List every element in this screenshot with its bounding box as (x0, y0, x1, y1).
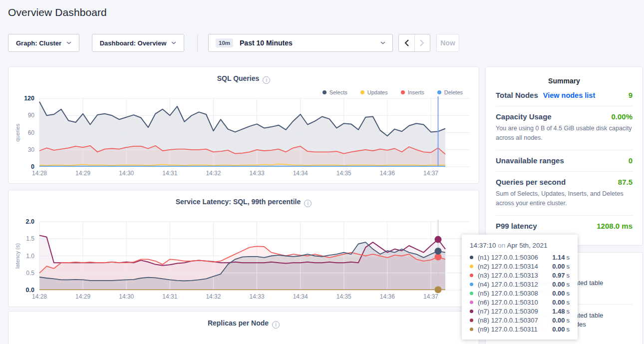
legend-dot-icon (401, 90, 405, 94)
qps-label: Queries per second (496, 178, 566, 186)
replicas-per-node-title: Replicas per Nodei (8, 319, 479, 329)
dashboard-dropdown[interactable]: Dashboard: Overview (92, 34, 184, 52)
legend-item-inserts[interactable]: Inserts (401, 89, 424, 95)
dashboard-dropdown-label: Dashboard: Overview (100, 39, 167, 47)
total-nodes-value: 9 (629, 91, 633, 99)
info-icon[interactable]: i (304, 200, 312, 207)
node-latency-unit: s (567, 272, 570, 279)
node-color-dot-icon (470, 274, 473, 277)
legend-label: Inserts (408, 89, 424, 95)
svg-text:14:33: 14:33 (250, 293, 265, 300)
legend-item-selects[interactable]: Selects (322, 89, 347, 95)
chart-hover-tooltip: 14:37:10 on Apr 5th, 2021 (n1) 127.0.0.1… (462, 235, 578, 340)
node-address: (n7) 127.0.0.1:50309 (478, 308, 552, 315)
node-latency-value: 0.00 (552, 281, 565, 288)
legend-item-updates[interactable]: Updates (360, 89, 388, 95)
svg-text:120: 120 (24, 95, 34, 102)
tooltip-node-row: (n3) 127.0.0.1:503130.97s (470, 271, 570, 280)
svg-text:14:32: 14:32 (206, 170, 221, 177)
p99-latency-value: 1208.0 ms (597, 222, 633, 230)
page-title: Overview Dashboard (8, 6, 107, 18)
node-latency-unit: s (567, 299, 570, 306)
legend-dot-icon (322, 90, 326, 94)
node-color-dot-icon (470, 283, 473, 286)
svg-text:2.0: 2.0 (26, 218, 34, 225)
summary-title: Summary (486, 67, 643, 85)
node-latency-value: 0.97 (552, 272, 565, 279)
node-latency-value: 1.14 (552, 254, 565, 261)
node-address: (n4) 127.0.0.1:50312 (478, 281, 552, 288)
tooltip-node-row: (n6) 127.0.0.1:503100.00s (470, 298, 570, 307)
legend-label: Deletes (444, 89, 463, 95)
svg-text:14:28: 14:28 (32, 170, 47, 177)
node-color-dot-icon (470, 319, 473, 322)
node-latency-value: 0.00 (552, 326, 565, 333)
sql-queries-chart[interactable]: 030609012014:2814:2914:3014:3114:3214:33… (8, 67, 480, 183)
svg-text:1.5: 1.5 (26, 235, 34, 242)
view-nodes-list-link[interactable]: View nodes list (543, 91, 596, 99)
replicas-per-node-panel: Replicas per Nodei (8, 311, 479, 344)
chevron-down-icon (66, 41, 71, 44)
svg-text:14:28: 14:28 (32, 293, 47, 300)
summary-row-p99-latency: P99 latency 1208.0 ms (496, 216, 633, 237)
capacity-usage-label: Capacity Usage (496, 112, 552, 121)
node-address: (n6) 127.0.0.1:50310 (478, 299, 552, 306)
node-color-dot-icon (470, 265, 473, 268)
time-next-button[interactable] (415, 34, 430, 51)
legend-dot-icon (437, 90, 441, 94)
svg-text:14:29: 14:29 (75, 170, 90, 177)
tooltip-node-row: (n2) 127.0.0.1:503140.00s (470, 262, 570, 271)
node-latency-value: 0.00 (552, 299, 565, 306)
info-icon[interactable]: i (263, 76, 270, 84)
chevron-down-icon (171, 41, 176, 44)
summary-row-qps: Queries per second 87.5 Sum of Selects, … (496, 172, 633, 216)
node-color-dot-icon (470, 301, 473, 304)
p99-latency-label: P99 latency (496, 222, 537, 230)
svg-text:14:34: 14:34 (293, 293, 308, 300)
summary-row-unavailable-ranges: Unavailable ranges 0 (496, 150, 633, 172)
node-latency-value: 0.00 (552, 290, 565, 297)
capacity-usage-desc: You are using 0 B of 4.5 GiB usable disk… (496, 124, 633, 143)
info-icon[interactable]: i (272, 321, 280, 329)
node-color-dot-icon (470, 292, 473, 295)
chevron-left-icon (404, 39, 409, 46)
node-latency-value: 0.00 (552, 317, 565, 324)
chevron-down-icon (380, 41, 385, 44)
node-address: (n8) 127.0.0.1:50307 (478, 317, 552, 324)
sql-queries-panel: SQL Queriesi SelectsUpdatesInsertsDelete… (8, 66, 479, 184)
service-latency-chart[interactable]: 0.00.51.01.52.014:2814:2914:3014:3114:32… (8, 190, 480, 307)
tooltip-node-row: (n4) 127.0.0.1:503120.00s (470, 280, 570, 289)
svg-text:14:37: 14:37 (423, 170, 438, 177)
node-address: (n2) 127.0.0.1:50314 (478, 263, 552, 270)
svg-text:0.5: 0.5 (26, 270, 34, 277)
time-range-selector[interactable]: 10m Past 10 Minutes (208, 34, 393, 52)
node-color-dot-icon (470, 328, 473, 331)
overview-dashboard-page: Overview Dashboard Graph: Cluster Dashbo… (0, 0, 644, 344)
svg-text:14:32: 14:32 (206, 293, 221, 300)
node-latency-unit: s (567, 263, 570, 270)
tooltip-node-row: (n7) 127.0.0.1:503091.48s (470, 307, 570, 316)
sql-queries-title: SQL Queriesi (8, 74, 479, 84)
time-prev-button[interactable] (399, 34, 415, 51)
unavailable-ranges-label: Unavailable ranges (496, 156, 564, 165)
tooltip-node-row: (n1) 127.0.0.1:503061.14s (470, 253, 570, 262)
legend-item-deletes[interactable]: Deletes (437, 89, 463, 95)
now-button[interactable]: Now (436, 34, 459, 52)
tooltip-timestamp: 14:37:10 on Apr 5th, 2021 (470, 242, 570, 249)
time-nav-buttons (398, 34, 430, 52)
qps-value: 87.5 (618, 178, 633, 186)
legend-dot-icon (360, 90, 364, 94)
svg-text:14:29: 14:29 (75, 293, 90, 300)
svg-text:14:36: 14:36 (380, 170, 395, 177)
svg-text:14:37: 14:37 (423, 293, 438, 300)
svg-text:14:30: 14:30 (119, 170, 134, 177)
tooltip-node-row: (n8) 127.0.0.1:503070.00s (470, 316, 570, 325)
svg-text:60: 60 (28, 129, 35, 136)
summary-row-capacity-usage: Capacity Usage 0.00% You are using 0 B o… (496, 106, 633, 150)
service-latency-panel: Service Latency: SQL, 99th percentilei 0… (8, 190, 479, 307)
node-latency-unit: s (567, 290, 570, 297)
svg-text:queries: queries (14, 123, 20, 142)
svg-text:14:36: 14:36 (380, 293, 395, 300)
node-address: (n3) 127.0.0.1:50313 (478, 272, 552, 279)
graph-dropdown[interactable]: Graph: Cluster (8, 34, 79, 52)
